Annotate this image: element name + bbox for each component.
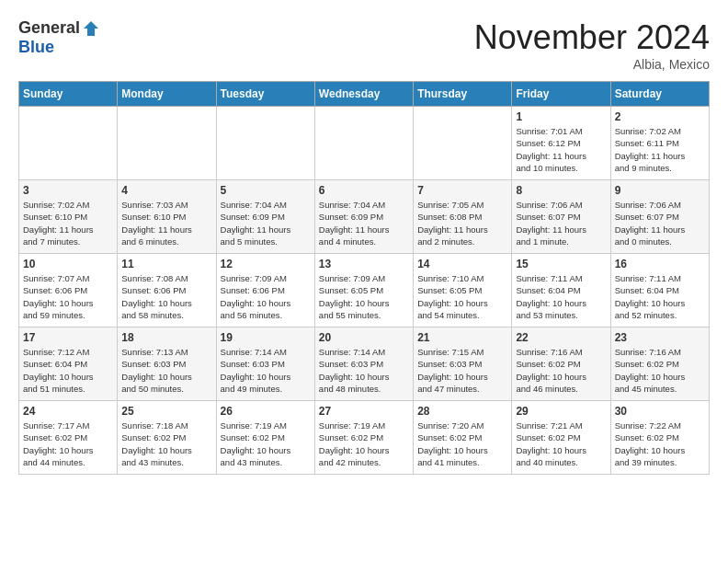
calendar-cell: 9Sunrise: 7:06 AM Sunset: 6:07 PM Daylig… xyxy=(610,180,709,254)
day-info: Sunrise: 7:05 AM Sunset: 6:08 PM Dayligh… xyxy=(417,199,507,247)
day-info: Sunrise: 7:13 AM Sunset: 6:03 PM Dayligh… xyxy=(121,346,211,395)
day-info: Sunrise: 7:09 AM Sunset: 6:06 PM Dayligh… xyxy=(221,272,311,321)
day-number: 9 xyxy=(615,184,705,197)
logo: General Blue xyxy=(18,18,100,57)
day-info: Sunrise: 7:15 AM Sunset: 6:03 PM Dayligh… xyxy=(417,346,507,395)
day-info: Sunrise: 7:01 AM Sunset: 6:12 PM Dayligh… xyxy=(516,125,606,174)
day-number: 23 xyxy=(615,331,705,344)
calendar-cell: 10Sunrise: 7:07 AM Sunset: 6:06 PM Dayli… xyxy=(19,254,118,327)
day-info: Sunrise: 7:17 AM Sunset: 6:02 PM Dayligh… xyxy=(23,419,113,468)
month-title: November 2024 xyxy=(474,18,710,57)
calendar-cell: 2Sunrise: 7:02 AM Sunset: 6:11 PM Daylig… xyxy=(610,107,709,180)
day-info: Sunrise: 7:16 AM Sunset: 6:02 PM Dayligh… xyxy=(615,346,705,395)
day-number: 13 xyxy=(319,258,409,270)
calendar-cell: 11Sunrise: 7:08 AM Sunset: 6:06 PM Dayli… xyxy=(118,254,216,327)
calendar-cell xyxy=(314,107,413,180)
location: Albia, Mexico xyxy=(474,57,710,72)
calendar-cell: 6Sunrise: 7:04 AM Sunset: 6:09 PM Daylig… xyxy=(314,180,413,254)
day-number: 1 xyxy=(516,110,606,123)
calendar-cell: 3Sunrise: 7:02 AM Sunset: 6:10 PM Daylig… xyxy=(19,180,118,254)
header-sunday: Sunday xyxy=(19,82,118,107)
calendar-cell: 23Sunrise: 7:16 AM Sunset: 6:02 PM Dayli… xyxy=(610,327,709,401)
day-info: Sunrise: 7:06 AM Sunset: 6:07 PM Dayligh… xyxy=(615,199,705,247)
day-info: Sunrise: 7:02 AM Sunset: 6:11 PM Dayligh… xyxy=(615,125,705,174)
calendar-cell: 22Sunrise: 7:16 AM Sunset: 6:02 PM Dayli… xyxy=(512,327,610,401)
day-info: Sunrise: 7:12 AM Sunset: 6:04 PM Dayligh… xyxy=(23,346,113,395)
header-monday: Monday xyxy=(118,82,216,107)
day-number: 29 xyxy=(516,405,606,418)
header-saturday: Saturday xyxy=(610,82,709,107)
day-number: 6 xyxy=(319,184,409,197)
calendar-cell: 19Sunrise: 7:14 AM Sunset: 6:03 PM Dayli… xyxy=(216,327,314,401)
calendar-header-row: SundayMondayTuesdayWednesdayThursdayFrid… xyxy=(19,82,710,107)
title-block: November 2024 Albia, Mexico xyxy=(474,18,710,72)
day-info: Sunrise: 7:11 AM Sunset: 6:04 PM Dayligh… xyxy=(516,272,606,321)
day-number: 24 xyxy=(23,405,113,418)
calendar-cell xyxy=(216,107,314,180)
day-number: 15 xyxy=(516,258,606,270)
calendar-cell: 15Sunrise: 7:11 AM Sunset: 6:04 PM Dayli… xyxy=(512,254,610,327)
calendar-cell: 13Sunrise: 7:09 AM Sunset: 6:05 PM Dayli… xyxy=(314,254,413,327)
calendar-body: 1Sunrise: 7:01 AM Sunset: 6:12 PM Daylig… xyxy=(19,107,710,475)
day-info: Sunrise: 7:04 AM Sunset: 6:09 PM Dayligh… xyxy=(221,199,311,247)
day-info: Sunrise: 7:19 AM Sunset: 6:02 PM Dayligh… xyxy=(221,419,311,468)
day-number: 7 xyxy=(417,184,507,197)
day-info: Sunrise: 7:21 AM Sunset: 6:02 PM Dayligh… xyxy=(516,419,606,468)
calendar-week-3: 10Sunrise: 7:07 AM Sunset: 6:06 PM Dayli… xyxy=(19,254,710,327)
day-number: 18 xyxy=(121,331,211,344)
calendar-week-2: 3Sunrise: 7:02 AM Sunset: 6:10 PM Daylig… xyxy=(19,180,710,254)
day-info: Sunrise: 7:14 AM Sunset: 6:03 PM Dayligh… xyxy=(221,346,311,395)
day-number: 14 xyxy=(417,258,507,270)
logo-icon xyxy=(82,19,100,38)
day-info: Sunrise: 7:22 AM Sunset: 6:02 PM Dayligh… xyxy=(615,419,705,468)
calendar-cell: 18Sunrise: 7:13 AM Sunset: 6:03 PM Dayli… xyxy=(118,327,216,401)
calendar-cell xyxy=(118,107,216,180)
calendar-week-4: 17Sunrise: 7:12 AM Sunset: 6:04 PM Dayli… xyxy=(19,327,710,401)
calendar-cell: 24Sunrise: 7:17 AM Sunset: 6:02 PM Dayli… xyxy=(19,401,118,475)
day-number: 4 xyxy=(121,184,211,197)
day-info: Sunrise: 7:07 AM Sunset: 6:06 PM Dayligh… xyxy=(23,272,113,321)
day-info: Sunrise: 7:20 AM Sunset: 6:02 PM Dayligh… xyxy=(417,419,507,468)
calendar-cell: 12Sunrise: 7:09 AM Sunset: 6:06 PM Dayli… xyxy=(216,254,314,327)
calendar-cell: 28Sunrise: 7:20 AM Sunset: 6:02 PM Dayli… xyxy=(414,401,512,475)
day-number: 27 xyxy=(319,405,409,418)
day-info: Sunrise: 7:18 AM Sunset: 6:02 PM Dayligh… xyxy=(121,419,211,468)
day-info: Sunrise: 7:19 AM Sunset: 6:02 PM Dayligh… xyxy=(319,419,409,468)
calendar-cell: 30Sunrise: 7:22 AM Sunset: 6:02 PM Dayli… xyxy=(610,401,709,475)
page-header: General Blue November 2024 Albia, Mexico xyxy=(18,18,710,72)
day-number: 8 xyxy=(516,184,606,197)
day-info: Sunrise: 7:11 AM Sunset: 6:04 PM Dayligh… xyxy=(615,272,705,321)
calendar-cell: 14Sunrise: 7:10 AM Sunset: 6:05 PM Dayli… xyxy=(414,254,512,327)
header-friday: Friday xyxy=(512,82,610,107)
calendar-week-5: 24Sunrise: 7:17 AM Sunset: 6:02 PM Dayli… xyxy=(19,401,710,475)
day-info: Sunrise: 7:02 AM Sunset: 6:10 PM Dayligh… xyxy=(23,199,113,247)
calendar-cell: 21Sunrise: 7:15 AM Sunset: 6:03 PM Dayli… xyxy=(414,327,512,401)
day-number: 16 xyxy=(615,258,705,270)
day-number: 11 xyxy=(121,258,211,270)
day-number: 10 xyxy=(23,258,113,270)
day-info: Sunrise: 7:04 AM Sunset: 6:09 PM Dayligh… xyxy=(319,199,409,247)
calendar-week-1: 1Sunrise: 7:01 AM Sunset: 6:12 PM Daylig… xyxy=(19,107,710,180)
calendar-cell xyxy=(19,107,118,180)
calendar-cell: 25Sunrise: 7:18 AM Sunset: 6:02 PM Dayli… xyxy=(118,401,216,475)
day-info: Sunrise: 7:03 AM Sunset: 6:10 PM Dayligh… xyxy=(121,199,211,247)
day-number: 19 xyxy=(221,331,311,344)
day-info: Sunrise: 7:14 AM Sunset: 6:03 PM Dayligh… xyxy=(319,346,409,395)
day-number: 22 xyxy=(516,331,606,344)
calendar-cell: 5Sunrise: 7:04 AM Sunset: 6:09 PM Daylig… xyxy=(216,180,314,254)
svg-marker-0 xyxy=(84,21,98,36)
calendar-cell: 29Sunrise: 7:21 AM Sunset: 6:02 PM Dayli… xyxy=(512,401,610,475)
header-thursday: Thursday xyxy=(414,82,512,107)
day-number: 12 xyxy=(221,258,311,270)
calendar-cell: 17Sunrise: 7:12 AM Sunset: 6:04 PM Dayli… xyxy=(19,327,118,401)
calendar-cell: 1Sunrise: 7:01 AM Sunset: 6:12 PM Daylig… xyxy=(512,107,610,180)
calendar-cell: 26Sunrise: 7:19 AM Sunset: 6:02 PM Dayli… xyxy=(216,401,314,475)
day-info: Sunrise: 7:16 AM Sunset: 6:02 PM Dayligh… xyxy=(516,346,606,395)
day-info: Sunrise: 7:10 AM Sunset: 6:05 PM Dayligh… xyxy=(417,272,507,321)
header-tuesday: Tuesday xyxy=(216,82,314,107)
day-number: 17 xyxy=(23,331,113,344)
calendar-cell: 8Sunrise: 7:06 AM Sunset: 6:07 PM Daylig… xyxy=(512,180,610,254)
logo-blue-text: Blue xyxy=(18,38,54,57)
day-number: 25 xyxy=(121,405,211,418)
header-wednesday: Wednesday xyxy=(314,82,413,107)
